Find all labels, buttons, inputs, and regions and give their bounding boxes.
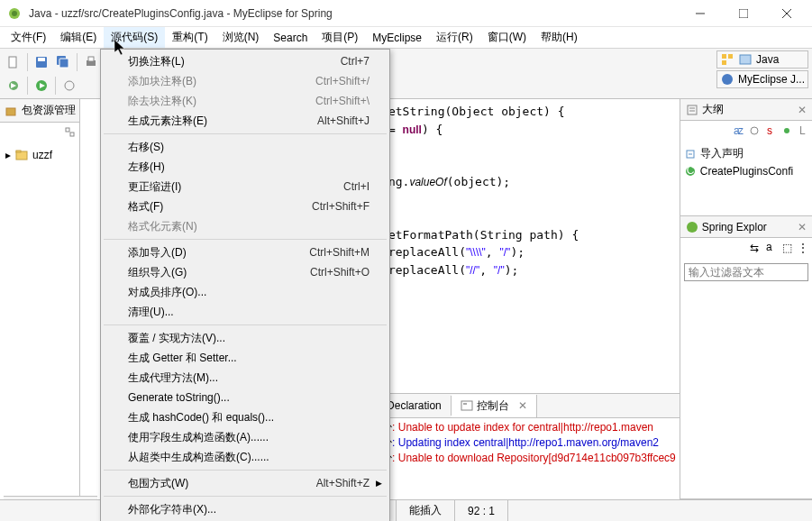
sort-button[interactable]: az bbox=[731, 123, 745, 138]
source-menu-item-7[interactable]: 更正缩进(I)Ctrl+I bbox=[103, 177, 388, 197]
close-tab-icon[interactable]: ✕ bbox=[518, 399, 527, 412]
menu-8[interactable]: 运行(R) bbox=[429, 27, 480, 48]
svg-rect-24 bbox=[66, 128, 69, 132]
perspective-myeclipse[interactable]: MyEclipse J... bbox=[716, 70, 808, 88]
myeclipse-icon bbox=[720, 72, 734, 87]
spring-btn-1[interactable]: ⇆ bbox=[747, 241, 762, 255]
close-icon[interactable]: ✕ bbox=[798, 221, 807, 233]
source-menu-item-16[interactable]: 覆盖 / 实现方法(V)... bbox=[103, 328, 388, 348]
run-button[interactable] bbox=[32, 76, 51, 96]
project-tree: ▸ uzzf bbox=[0, 142, 79, 168]
maximize-button[interactable] bbox=[725, 3, 762, 24]
source-menu-item-12[interactable]: 组织导入(G)Ctrl+Shift+O bbox=[103, 262, 388, 282]
hide-local-button[interactable]: L bbox=[796, 123, 810, 138]
source-menu-item-19[interactable]: Generate toString()... bbox=[103, 388, 388, 407]
menu-4[interactable]: 浏览(N) bbox=[215, 27, 267, 48]
source-menu-item-17[interactable]: 生成 Getter 和 Setter... bbox=[103, 348, 388, 368]
print-button[interactable] bbox=[81, 52, 101, 72]
source-menu-item-8[interactable]: 格式(F)Ctrl+Shift+F bbox=[103, 197, 388, 216]
minimize-button[interactable] bbox=[682, 3, 718, 24]
menu-1[interactable]: 编辑(E) bbox=[53, 27, 104, 48]
svg-point-22 bbox=[722, 74, 733, 85]
close-button[interactable] bbox=[769, 3, 805, 24]
svg-rect-3 bbox=[739, 9, 748, 18]
more-button[interactable] bbox=[59, 76, 79, 96]
window-title: Java - uzzf/src/CreatePluginsConfig.java… bbox=[29, 7, 682, 20]
title-bar: Java - uzzf/src/CreatePluginsConfig.java… bbox=[0, 0, 812, 27]
console-line: 少: Unable to download Repository[d9d714e… bbox=[381, 451, 676, 466]
source-menu-item-26[interactable]: 外部化字符串(X)... bbox=[103, 499, 388, 519]
package-explorer: 包资源管理 ▸ uzzf bbox=[0, 99, 80, 499]
myeclipse-label: MyEclipse J... bbox=[738, 73, 805, 86]
svg-rect-10 bbox=[59, 59, 68, 68]
outline-title: 大纲 bbox=[702, 102, 724, 117]
source-menu-item-20[interactable]: 生成 hashCode() 和 equals()... bbox=[103, 407, 388, 427]
menu-9[interactable]: 窗口(W) bbox=[480, 27, 534, 48]
bottom-tabs: Declaration 控制台 ✕ bbox=[378, 393, 680, 418]
menu-10[interactable]: 帮助(H) bbox=[534, 27, 585, 48]
spring-btn-2[interactable]: a bbox=[763, 241, 778, 255]
outline-tab[interactable]: 大纲 ✕ bbox=[680, 99, 812, 121]
spring-explorer-tab[interactable]: Spring Explor ✕ bbox=[680, 216, 812, 238]
menu-2[interactable]: 源代码(S) bbox=[104, 27, 165, 48]
spring-btn-4[interactable]: ⋮ bbox=[796, 241, 810, 255]
svg-rect-28 bbox=[461, 401, 472, 410]
source-menu-item-6[interactable]: 左移(H) bbox=[103, 157, 388, 177]
source-menu-item-11[interactable]: 添加导入(D)Ctrl+Shift+M bbox=[103, 242, 388, 262]
expand-icon[interactable]: ▸ bbox=[5, 149, 11, 161]
source-menu-item-0[interactable]: 切换注释(L)Ctrl+7 bbox=[103, 51, 388, 71]
source-menu-item-22[interactable]: 从超类中生成构造函数(C)...... bbox=[103, 447, 388, 467]
spring-btn-3[interactable]: ⬚ bbox=[780, 241, 794, 255]
source-menu-item-21[interactable]: 使用字段生成构造函数(A)...... bbox=[103, 427, 388, 447]
project-name: uzzf bbox=[32, 149, 52, 161]
perspective-java[interactable]: Java bbox=[716, 50, 808, 69]
svg-text:C: C bbox=[686, 165, 694, 177]
spring-icon bbox=[686, 221, 698, 233]
svg-rect-21 bbox=[740, 55, 751, 64]
save-button[interactable] bbox=[32, 52, 51, 72]
console-line: 少: Updating index central|http://repo1.m… bbox=[381, 435, 676, 451]
menu-3[interactable]: 重构(T) bbox=[165, 27, 214, 48]
source-menu-item-3[interactable]: 生成元素注释(E)Alt+Shift+J bbox=[103, 111, 388, 131]
source-menu-item-9: 格式化元素(N) bbox=[103, 216, 388, 236]
outline-item[interactable]: 导入声明 bbox=[684, 144, 808, 163]
new-button[interactable] bbox=[4, 52, 23, 72]
source-menu-item-13[interactable]: 对成员排序(O)... bbox=[103, 282, 388, 302]
source-menu-item-5[interactable]: 右移(S) bbox=[103, 137, 388, 157]
menu-0[interactable]: 文件(F) bbox=[4, 27, 53, 48]
svg-rect-20 bbox=[722, 60, 726, 65]
source-menu-item-14[interactable]: 清理(U)... bbox=[103, 302, 388, 322]
tree-item-project[interactable]: ▸ uzzf bbox=[4, 146, 76, 164]
source-menu-dropdown: 切换注释(L)Ctrl+7添加块注释(B)Ctrl+Shift+/除去块注释(K… bbox=[100, 49, 390, 521]
console-icon bbox=[461, 399, 473, 412]
menu-bar: 文件(F)编辑(E)源代码(S)重构(T)浏览(N)Search项目(P)MyE… bbox=[0, 27, 812, 49]
source-menu-item-18[interactable]: 生成代理方法(M)... bbox=[103, 368, 388, 388]
console-output[interactable]: 少: Unable to update index for central|ht… bbox=[378, 418, 680, 499]
tab-console[interactable]: 控制台 ✕ bbox=[452, 395, 537, 417]
source-menu-item-24[interactable]: 包围方式(W)Alt+Shift+Z▶ bbox=[103, 473, 388, 493]
close-icon[interactable]: ✕ bbox=[798, 104, 807, 116]
save-all-button[interactable] bbox=[53, 52, 73, 72]
package-explorer-tab[interactable]: 包资源管理 bbox=[0, 99, 79, 123]
collapse-all-button[interactable] bbox=[63, 125, 78, 140]
class-icon: C bbox=[684, 165, 697, 178]
svg-text:▸: ▸ bbox=[11, 78, 16, 91]
debug-button[interactable]: ▸ bbox=[4, 76, 23, 96]
menu-6[interactable]: 项目(P) bbox=[315, 27, 365, 48]
menu-7[interactable]: MyEclipse bbox=[365, 29, 429, 47]
hide-nonpublic-button[interactable] bbox=[780, 123, 794, 138]
svg-rect-30 bbox=[688, 105, 697, 114]
svg-rect-23 bbox=[6, 108, 15, 115]
svg-rect-6 bbox=[9, 57, 16, 68]
code-editor[interactable]: getString(Object object) { == null) { ";… bbox=[378, 99, 680, 393]
menu-5[interactable]: Search bbox=[266, 29, 315, 47]
spring-filter-input[interactable] bbox=[684, 263, 808, 281]
outline-item[interactable]: CCreatePluginsConfi bbox=[684, 163, 808, 179]
svg-text:z: z bbox=[738, 125, 744, 136]
svg-rect-8 bbox=[38, 58, 45, 61]
hide-fields-button[interactable] bbox=[747, 123, 762, 138]
svg-point-35 bbox=[751, 127, 758, 134]
hide-static-button[interactable]: s bbox=[763, 123, 778, 138]
package-explorer-toolbar bbox=[0, 123, 79, 142]
svg-rect-27 bbox=[16, 151, 21, 152]
